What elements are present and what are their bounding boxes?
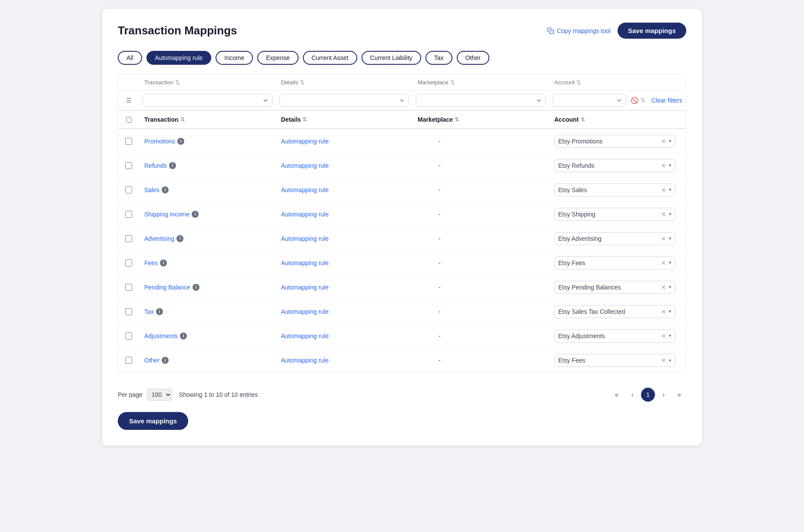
details-link-6[interactable]: Automapping rule [281,284,329,291]
row-checkbox-input-6[interactable] [125,284,132,291]
details-link-3[interactable]: Automapping rule [281,211,329,218]
row-checkbox-input-9[interactable] [125,357,132,364]
save-mappings-button-top[interactable]: Save mappings [618,23,686,39]
account-select-wrap-5[interactable]: Etsy Fees ✕ ▾ [555,256,676,269]
account-chevron-icon-4[interactable]: ▾ [669,236,671,241]
account-chevron-icon-1[interactable]: ▾ [669,163,671,168]
transaction-link-7[interactable]: Tax i [144,308,271,315]
row-checkbox-input-4[interactable] [125,235,132,242]
details-link-5[interactable]: Automapping rule [281,259,329,266]
account-clear-icon-2[interactable]: ✕ [661,186,666,193]
info-icon-9[interactable]: i [162,357,169,364]
col-header-marketplace-sort[interactable]: Marketplace ⇅ [412,79,549,86]
filter-chip-other[interactable]: Other [457,51,489,65]
details-link-4[interactable]: Automapping rule [281,235,329,242]
account-chevron-icon-8[interactable]: ▾ [669,333,671,339]
account-chevron-icon-3[interactable]: ▾ [669,211,671,217]
marketplace-sort-icon[interactable]: ⇅ [450,79,455,86]
account-clear-icon-6[interactable]: ✕ [661,284,666,291]
details-sort-icon[interactable]: ⇅ [300,79,305,86]
transaction-sort-icon[interactable]: ⇅ [175,79,180,86]
details-data-sort-icon[interactable]: ⇅ [302,116,307,123]
filter-chip-automapping[interactable]: Automapping rule [146,51,212,65]
details-link-9[interactable]: Automapping rule [281,357,329,364]
transaction-link-5[interactable]: Fees i [144,259,271,266]
current-page-button[interactable]: 1 [641,388,655,402]
account-select-wrap-6[interactable]: Etsy Pending Balances ✕ ▾ [555,281,676,294]
account-select-wrap-7[interactable]: Etsy Sales Tax Collected ✕ ▾ [555,305,676,318]
details-link-8[interactable]: Automapping rule [281,332,329,339]
info-icon-5[interactable]: i [160,259,167,266]
col-header-account-sort[interactable]: Account ⇅ [549,79,686,86]
account-sort-icon[interactable]: ⇅ [576,79,581,86]
info-icon-2[interactable]: i [162,186,169,193]
row-checkbox-input-8[interactable] [125,332,132,339]
filter-chip-all[interactable]: All [118,51,142,65]
account-chevron-icon-0[interactable]: ▾ [669,138,671,144]
info-icon-0[interactable]: i [177,138,184,145]
clear-filters-link[interactable]: Clear filters [651,97,686,104]
row-checkbox-input-0[interactable] [125,138,132,145]
transaction-link-6[interactable]: Pending Balance i [144,284,271,291]
info-icon-4[interactable]: i [176,235,183,242]
transaction-link-4[interactable]: Advertising i [144,235,271,242]
info-icon-8[interactable]: i [180,332,187,339]
select-all-checkbox[interactable] [126,117,132,123]
account-clear-icon-9[interactable]: ✕ [661,357,666,364]
transaction-link-2[interactable]: Sales i [144,186,271,193]
account-chevron-icon-6[interactable]: ▾ [669,284,671,290]
transaction-filter-select[interactable] [143,94,272,106]
account-clear-icon-0[interactable]: ✕ [661,138,666,145]
row-checkbox-input-1[interactable] [125,162,132,169]
account-select-wrap-4[interactable]: Etsy Advertising ✕ ▾ [555,232,676,245]
account-clear-icon-7[interactable]: ✕ [661,308,666,315]
filter-chip-tax[interactable]: Tax [425,51,452,65]
next-page-button[interactable]: › [657,388,671,402]
account-select-wrap-1[interactable]: Etsy Refunds ✕ ▾ [555,159,676,172]
account-select-wrap-2[interactable]: Etsy Sales ✕ ▾ [555,183,676,196]
transaction-data-sort-icon[interactable]: ⇅ [180,116,185,123]
col-header-transaction-sort[interactable]: Transaction ⇅ [139,79,276,86]
account-clear-icon-3[interactable]: ✕ [661,211,666,218]
copy-mappings-tool-link[interactable]: Copy mappings tool [547,27,611,34]
filter-chip-income[interactable]: Income [216,51,253,65]
info-icon-6[interactable]: i [193,284,199,291]
account-select-wrap-3[interactable]: Etsy Shipping ✕ ▾ [555,208,676,221]
details-link-1[interactable]: Automapping rule [281,162,329,169]
info-icon-1[interactable]: i [169,162,176,169]
filter-chip-expense[interactable]: Expense [257,51,298,65]
row-checkbox-input-7[interactable] [125,308,132,315]
account-chevron-icon-5[interactable]: ▾ [669,260,671,266]
transaction-link-8[interactable]: Adjustments i [144,332,271,339]
account-clear-icon-4[interactable]: ✕ [661,235,666,242]
per-page-select[interactable]: 100 50 25 [147,389,172,401]
account-chevron-icon-9[interactable]: ▾ [669,358,671,363]
account-chevron-icon-2[interactable]: ▾ [669,187,671,193]
transaction-link-0[interactable]: Promotions i [144,138,271,145]
account-clear-icon-8[interactable]: ✕ [661,332,666,339]
transaction-link-3[interactable]: Shipping Income i [144,211,271,218]
filter-chip-current_asset[interactable]: Current Asset [303,51,357,65]
account-data-sort-icon[interactable]: ⇅ [581,116,585,123]
details-link-0[interactable]: Automapping rule [281,138,329,145]
row-checkbox-input-5[interactable] [125,259,132,266]
transaction-link-1[interactable]: Refunds i [144,162,271,169]
info-icon-7[interactable]: i [156,308,163,315]
first-page-button[interactable]: « [610,388,624,402]
row-checkbox-input-2[interactable] [125,186,132,193]
account-select-wrap-8[interactable]: Etsy Adjustments ✕ ▾ [555,329,676,342]
marketplace-data-sort-icon[interactable]: ⇅ [455,116,459,123]
tax-sort-icon[interactable]: ⇅ [641,97,645,103]
marketplace-filter-select[interactable] [416,94,546,106]
account-clear-icon-5[interactable]: ✕ [661,259,666,266]
transaction-link-9[interactable]: Other i [144,357,271,364]
last-page-button[interactable]: » [672,388,686,402]
tax-rate-filter-select[interactable] [553,94,627,106]
filter-chip-current_liability[interactable]: Current Liability [362,51,421,65]
details-link-2[interactable]: Automapping rule [281,186,329,193]
account-chevron-icon-7[interactable]: ▾ [669,309,671,314]
details-filter-select[interactable] [279,94,409,106]
details-link-7[interactable]: Automapping rule [281,308,329,315]
account-select-wrap-0[interactable]: Etsy Promotions ✕ ▾ [555,135,676,148]
col-header-details-sort[interactable]: Details ⇅ [276,79,413,86]
